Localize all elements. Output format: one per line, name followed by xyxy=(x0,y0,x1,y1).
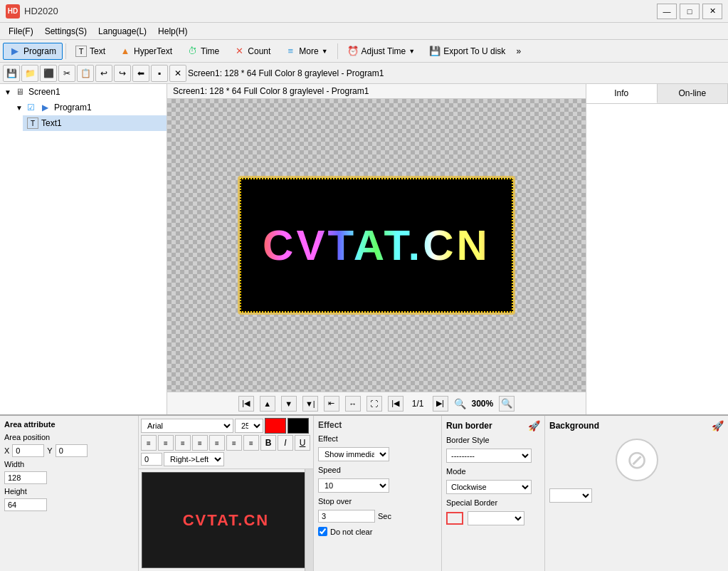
screen-icon: 🖥 xyxy=(14,86,26,98)
tree-program[interactable]: ▼ ☑ ▶ Program1 xyxy=(11,100,167,115)
open-btn[interactable]: 📁 xyxy=(21,65,38,82)
mode-label: Mode xyxy=(446,467,503,476)
align-center[interactable]: ≡ xyxy=(158,435,174,451)
bold-btn[interactable]: B xyxy=(260,435,276,451)
stopover-input[interactable] xyxy=(318,510,375,523)
align-top[interactable]: ≡ xyxy=(209,435,225,451)
do-not-clear-checkbox[interactable] xyxy=(318,527,327,536)
save-btn[interactable]: 💾 xyxy=(3,65,20,82)
more-icon: ≡ xyxy=(285,46,296,57)
redo-btn[interactable]: ↪ xyxy=(114,65,131,82)
block-btn[interactable]: ▪ xyxy=(151,65,168,82)
minimize-button[interactable]: — xyxy=(657,4,677,19)
align-bottom[interactable]: ≡ xyxy=(243,435,259,451)
mode-row: Mode xyxy=(446,467,540,476)
nav-horiz-first[interactable]: ⇤ xyxy=(324,396,339,412)
xy-row: X Y xyxy=(4,444,134,457)
italic-btn[interactable]: I xyxy=(278,435,293,451)
nav-first[interactable]: |◀ xyxy=(238,396,254,412)
spacing-input[interactable] xyxy=(141,453,162,466)
cut-btn[interactable]: ✂ xyxy=(58,65,75,82)
hypertext-label: HyperText xyxy=(134,46,172,56)
mode-select[interactable]: Clockwise xyxy=(446,480,532,494)
align-vmid[interactable]: ≡ xyxy=(226,435,242,451)
effect-type-row: Effect xyxy=(318,434,437,443)
nav-horiz-expand[interactable]: ↔ xyxy=(345,396,361,412)
led-screen: CVTAT.CN xyxy=(238,176,515,315)
toolbar-adjust[interactable]: ⏰ Adjust Time ▼ xyxy=(341,43,422,60)
export-label: Export To U disk xyxy=(443,46,505,56)
tree-text[interactable]: T Text1 xyxy=(23,115,167,131)
program-label-tree: Program1 xyxy=(54,103,92,112)
special-border-select[interactable] xyxy=(468,511,524,525)
speed-select[interactable]: 10 xyxy=(318,478,389,493)
align-left[interactable]: ≡ xyxy=(141,435,157,451)
menu-settings[interactable]: Settings(S) xyxy=(39,25,93,38)
tab-info[interactable]: Info xyxy=(586,84,658,103)
nav-down[interactable]: ▼ xyxy=(281,396,297,412)
align-justify[interactable]: ≡ xyxy=(192,435,208,451)
nav-frame-last[interactable]: ▶| xyxy=(433,396,448,412)
time-label: Time xyxy=(201,46,219,56)
menu-help[interactable]: Help(H) xyxy=(152,25,193,38)
text-color-swatch[interactable] xyxy=(265,418,286,434)
center-panel: Screen1: 128 * 64 Full Color 8 graylevel… xyxy=(167,84,586,414)
text-scrollbar[interactable] xyxy=(305,469,313,571)
nav-frame-first[interactable]: |◀ xyxy=(388,396,403,412)
x-input[interactable] xyxy=(12,444,44,457)
delete-btn[interactable]: ✕ xyxy=(169,65,186,82)
program-icon-tree: ▶ xyxy=(40,102,51,113)
effect-title: Effect xyxy=(318,420,437,430)
back-btn[interactable]: ⬅ xyxy=(132,65,149,82)
bg-color-swatch[interactable] xyxy=(287,418,309,434)
special-border-row: Special Border xyxy=(446,498,540,507)
size-select[interactable]: 25 xyxy=(235,419,263,433)
width-input[interactable] xyxy=(4,471,47,484)
direction-select[interactable]: Right->Left xyxy=(164,452,224,466)
font-select[interactable]: Arial xyxy=(141,419,233,433)
copy-btn[interactable]: 📋 xyxy=(77,65,94,82)
border-style-select[interactable]: --------- xyxy=(446,449,532,463)
nav-fullscreen[interactable]: ⛶ xyxy=(366,396,382,412)
app-title: HD2020 xyxy=(24,6,657,16)
y-input[interactable] xyxy=(56,444,88,457)
maximize-button[interactable]: □ xyxy=(680,4,700,19)
main-toolbar: ▶ Program T Text ▲ HyperText ⏱ Time ✕ Co… xyxy=(0,40,728,63)
toolbar-count[interactable]: ✕ Count xyxy=(227,43,277,60)
hypertext-icon: ▲ xyxy=(120,46,131,57)
height-row: Height xyxy=(4,487,134,496)
toolbar-text[interactable]: T Text xyxy=(69,43,112,60)
menu-file[interactable]: File(F) xyxy=(3,25,39,38)
undo-btn[interactable]: ↩ xyxy=(95,65,112,82)
close-button[interactable]: ✕ xyxy=(702,4,722,19)
tab-online[interactable]: On-line xyxy=(658,84,729,103)
speed-row: Speed xyxy=(318,466,437,474)
background-panel: Background 🚀 ⊘ xyxy=(545,416,728,571)
nav-up[interactable]: ▲ xyxy=(260,396,275,412)
new-btn[interactable]: ⬛ xyxy=(40,65,57,82)
tree-arrow-screen: ▼ xyxy=(4,88,11,96)
forbidden-icon: ⊘ xyxy=(626,445,648,475)
underline-btn[interactable]: U xyxy=(295,435,310,451)
toolbar-hypertext[interactable]: ▲ HyperText xyxy=(113,43,179,60)
effect-select-row: Show immedia xyxy=(318,447,437,461)
toolbar-export[interactable]: 💾 Export To U disk xyxy=(423,43,512,60)
bg-type-select[interactable] xyxy=(549,488,592,503)
sep1 xyxy=(65,43,66,59)
page-indicator: 1/1 xyxy=(409,399,427,409)
align-right[interactable]: ≡ xyxy=(175,435,191,451)
export-icon: 💾 xyxy=(429,46,441,57)
toolbar-time[interactable]: ⏱ Time xyxy=(180,43,226,60)
canvas-area[interactable]: CVTAT.CN xyxy=(167,99,586,392)
y-label: Y xyxy=(47,446,52,455)
menu-language[interactable]: Language(L) xyxy=(93,25,152,38)
height-input[interactable] xyxy=(4,498,47,511)
toolbar-overflow[interactable]: » xyxy=(513,44,524,58)
text-content-area[interactable]: CVTAT.CN xyxy=(142,472,310,568)
tree-screen[interactable]: ▼ 🖥 Screen1 xyxy=(0,84,167,100)
nav-last[interactable]: ▼| xyxy=(302,396,318,412)
toolbar-more[interactable]: ≡ More ▼ xyxy=(278,43,334,60)
zoom-out[interactable]: 🔍 xyxy=(499,396,515,412)
toolbar-program[interactable]: ▶ Program xyxy=(3,43,63,60)
effect-select[interactable]: Show immedia xyxy=(318,447,389,461)
